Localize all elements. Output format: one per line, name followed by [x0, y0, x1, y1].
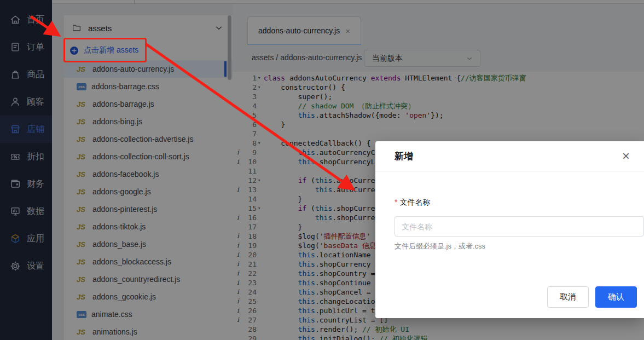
file-name-label-text: 文件名称 [399, 198, 430, 206]
modal-body: *文件名称 文件后缀必须是.js，或者.css [375, 171, 644, 251]
modal-header: 新增 × [375, 141, 644, 171]
new-file-modal: 新增 × *文件名称 文件后缀必须是.js，或者.css 取消 确认 [375, 141, 644, 318]
modal-footer: 取消 确认 [547, 286, 637, 308]
required-asterisk: * [394, 198, 397, 206]
close-icon[interactable]: × [622, 149, 630, 163]
file-name-label: *文件名称 [394, 198, 636, 208]
file-suffix-hint: 文件后缀必须是.js，或者.css [394, 241, 636, 251]
cancel-button[interactable]: 取消 [547, 286, 589, 308]
app-screen: 首页订单商品顾客店铺折扣财务数据应用设置 assets 点击新增 assets … [0, 0, 644, 340]
file-name-input[interactable] [394, 216, 644, 237]
modal-title: 新增 [394, 150, 622, 163]
confirm-button[interactable]: 确认 [595, 286, 637, 308]
